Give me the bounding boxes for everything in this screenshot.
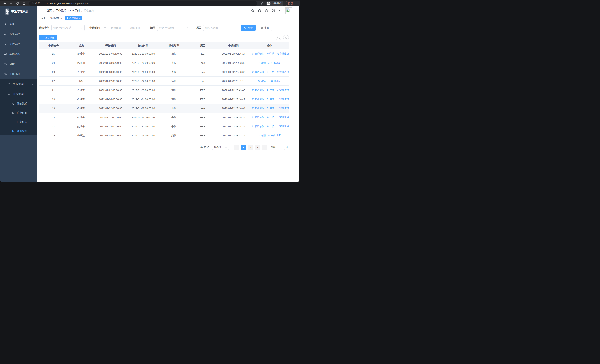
edit-icon bbox=[268, 134, 270, 137]
action-progress[interactable]: 审批进度 bbox=[276, 107, 289, 110]
action-progress[interactable]: 审批进度 bbox=[276, 125, 289, 128]
search-icon[interactable] bbox=[251, 9, 254, 12]
result-select[interactable]: 请选择流结果 bbox=[157, 25, 191, 31]
action-detail[interactable]: 详情 bbox=[258, 134, 266, 137]
action-detail[interactable]: 详情 bbox=[266, 107, 274, 110]
edit-icon bbox=[276, 89, 279, 91]
broken-image-icon bbox=[286, 8, 290, 12]
active-dot bbox=[67, 18, 68, 19]
action-progress[interactable]: 审批进度 bbox=[276, 52, 289, 56]
screen: 不安全 dashboard.yudao.iocoder.cn/bpm/oa/le… bbox=[0, 0, 300, 182]
action-progress[interactable]: 审批进度 bbox=[268, 79, 281, 83]
chevron-down-icon bbox=[31, 83, 34, 85]
home-icon[interactable] bbox=[22, 2, 26, 5]
breadcrumb-item[interactable]: 工作流程 bbox=[56, 9, 66, 12]
action-cancel[interactable]: 取消请假 bbox=[252, 70, 264, 74]
breadcrumb-item[interactable]: OA 示例 bbox=[70, 9, 80, 12]
font-size-icon[interactable]: tT bbox=[279, 9, 282, 12]
bookmark-star-icon[interactable] bbox=[261, 2, 264, 5]
action-cancel[interactable]: 取消请假 bbox=[252, 125, 264, 128]
action-detail[interactable]: 详情 bbox=[266, 88, 274, 92]
help-icon[interactable] bbox=[265, 9, 268, 12]
prev-page-button[interactable] bbox=[234, 145, 239, 150]
eye-icon bbox=[258, 134, 260, 137]
sidebar-item-首页[interactable]: 首页 bbox=[0, 19, 37, 29]
tab-流程详情[interactable]: 流程详情× bbox=[48, 16, 64, 20]
sidebar-item-系统管理[interactable]: 系统管理 bbox=[0, 29, 37, 39]
create-leave-button[interactable]: 发起请假 bbox=[39, 35, 57, 40]
sidebar-item-已办任务[interactable]: 已办任务 bbox=[0, 117, 37, 126]
action-detail[interactable]: 详情 bbox=[258, 61, 266, 65]
menu-dots-icon[interactable] bbox=[294, 2, 297, 5]
filter-form: 请假类型 请选择请假类型 申请时间 开始日期 - 结束日期 结果 bbox=[39, 25, 289, 31]
app-logo[interactable]: 芋道管理系统 bbox=[0, 6, 37, 17]
action-progress[interactable]: 审批进度 bbox=[276, 88, 289, 92]
show-search-button[interactable] bbox=[276, 35, 281, 40]
sidebar-item-研发工具[interactable]: 研发工具 bbox=[0, 59, 37, 69]
sidebar-item-工作流程[interactable]: 工作流程 bbox=[0, 69, 37, 79]
reload-icon[interactable] bbox=[16, 2, 19, 5]
page-content: 请假类型 请选择请假类型 申请时间 开始日期 - 结束日期 结果 bbox=[37, 21, 299, 182]
close-icon[interactable]: × bbox=[79, 17, 81, 19]
search-button[interactable]: 搜索 bbox=[241, 25, 255, 31]
browser-update-button[interactable]: 更新 bbox=[286, 1, 298, 6]
breadcrumb-separator: / bbox=[68, 9, 69, 12]
tab-首页[interactable]: 首页 bbox=[39, 16, 47, 20]
goto-page-input[interactable]: 1 bbox=[277, 145, 285, 150]
chevron-down-icon bbox=[31, 33, 34, 35]
date-range-input[interactable]: 开始日期 - 结束日期 bbox=[102, 25, 145, 31]
app-window: 芋道管理系统 首页系统管理支付管理基础设施研发工具工作流程流程管理任务管理我的流… bbox=[0, 6, 299, 182]
sidebar-item-流程管理[interactable]: 流程管理 bbox=[0, 79, 37, 89]
sidebar-item-基础设施[interactable]: 基础设施 bbox=[0, 49, 37, 59]
avatar[interactable] bbox=[285, 7, 292, 14]
breadcrumb: 首页/工作流程/OA 示例/请假查询 bbox=[47, 9, 94, 12]
action-progress[interactable]: 审批进度 bbox=[268, 61, 281, 65]
forward-icon[interactable] bbox=[9, 2, 13, 5]
page-button-2[interactable]: 2 bbox=[248, 145, 253, 150]
reason-input[interactable]: 请输入原因 bbox=[203, 25, 238, 31]
sidebar-item-任务管理[interactable]: 任务管理 bbox=[0, 89, 37, 99]
action-progress[interactable]: 审批进度 bbox=[276, 70, 289, 74]
action-detail[interactable]: 详情 bbox=[266, 97, 274, 101]
github-icon[interactable] bbox=[258, 9, 261, 12]
table-toolbar: 发起请假 bbox=[39, 35, 289, 40]
sidebar-item-请假查询[interactable]: 请假查询 bbox=[0, 126, 37, 135]
breadcrumb-item[interactable]: 首页 bbox=[47, 9, 52, 12]
user-caret-icon[interactable] bbox=[294, 11, 296, 13]
page-button-3[interactable]: 3 bbox=[255, 145, 260, 150]
action-cancel[interactable]: 取消请假 bbox=[252, 97, 264, 101]
refresh-table-button[interactable] bbox=[283, 35, 289, 40]
action-progress[interactable]: 审批进度 bbox=[268, 134, 281, 137]
refresh-icon bbox=[261, 27, 263, 29]
back-icon[interactable] bbox=[3, 2, 6, 5]
url-bar[interactable]: 不安全 dashboard.yudao.iocoder.cn/bpm/oa/le… bbox=[29, 1, 257, 6]
trash-icon bbox=[252, 116, 254, 118]
action-cancel[interactable]: 取消请假 bbox=[252, 107, 264, 110]
page-button-1[interactable]: 1 bbox=[241, 145, 246, 150]
action-detail[interactable]: 详情 bbox=[266, 116, 274, 119]
chevron-down-icon bbox=[80, 27, 83, 29]
sidebar-item-支付管理[interactable]: 支付管理 bbox=[0, 39, 37, 49]
close-icon[interactable]: × bbox=[60, 17, 62, 19]
action-cancel[interactable]: 取消请假 bbox=[252, 88, 264, 92]
leave-type-select[interactable]: 请选择请假类型 bbox=[51, 25, 85, 31]
action-detail[interactable]: 详情 bbox=[258, 79, 266, 83]
update-label: 更新 bbox=[288, 2, 293, 5]
tab-请假查询[interactable]: 请假查询× bbox=[65, 16, 83, 20]
action-cancel[interactable]: 取消请假 bbox=[252, 52, 264, 56]
tags-view: 首页流程详情×请假查询× bbox=[37, 15, 299, 21]
page-size-select[interactable]: 10条/页 bbox=[212, 145, 229, 150]
sidebar-item-我的流程[interactable]: 我的流程 bbox=[0, 99, 37, 108]
action-cancel[interactable]: 取消请假 bbox=[252, 116, 264, 119]
next-page-button[interactable] bbox=[262, 145, 267, 150]
sidebar-collapse-icon[interactable] bbox=[40, 9, 44, 13]
action-detail[interactable]: 详情 bbox=[266, 52, 274, 56]
fullscreen-icon[interactable] bbox=[272, 9, 275, 12]
action-detail[interactable]: 详情 bbox=[266, 70, 274, 74]
action-progress[interactable]: 审批进度 bbox=[276, 97, 289, 101]
sidebar-item-待办任务[interactable]: 待办任务 bbox=[0, 108, 37, 117]
action-detail[interactable]: 详情 bbox=[266, 125, 274, 128]
goto-label: 前往 bbox=[271, 146, 276, 149]
action-progress[interactable]: 审批进度 bbox=[276, 116, 289, 119]
reset-button[interactable]: 重置 bbox=[258, 25, 272, 31]
